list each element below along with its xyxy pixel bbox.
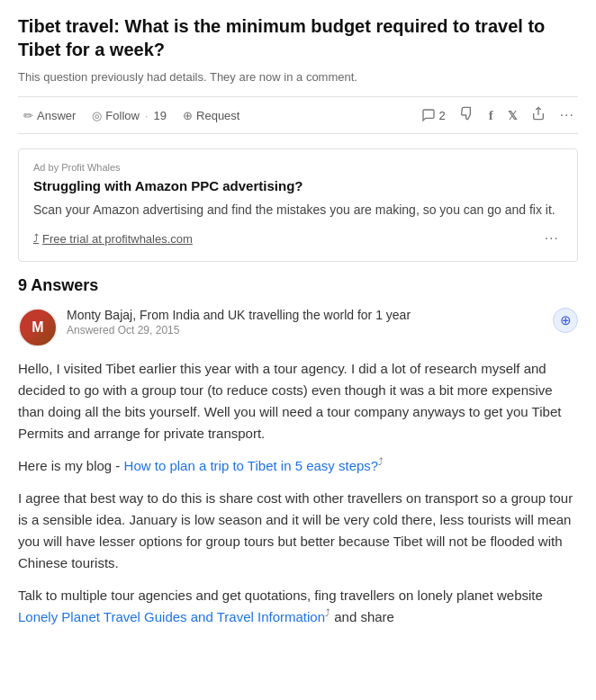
answerer-name[interactable]: Monty Bajaj, From India and UK travellin…	[67, 308, 544, 322]
request-icon: ⊕	[183, 109, 193, 122]
answers-heading: 9 Answers	[18, 276, 578, 295]
question-title: Tibet travel: What is the minimum budget…	[18, 14, 578, 61]
ad-section: Ad by Profit Whales Struggling with Amaz…	[18, 148, 578, 262]
ad-label: Ad by Profit Whales	[33, 162, 563, 173]
blog-link-external-icon: ⤴	[378, 457, 384, 467]
ad-more-options-icon[interactable]: ···	[541, 229, 563, 248]
ad-title: Struggling with Amazon PPC advertising?	[33, 178, 563, 193]
request-label: Request	[196, 109, 239, 122]
ad-link-text: Free trial at profitwhales.com	[42, 232, 193, 246]
avatar: M	[18, 308, 58, 347]
lonely-planet-external-icon: ⤴	[325, 608, 330, 618]
ad-link-row: ⤴ Free trial at profitwhales.com ···	[33, 229, 563, 248]
follow-count: 19	[154, 109, 167, 122]
follow-button[interactable]: ◎ Follow · 19	[86, 107, 172, 124]
answer-paragraph-3-suffix: and share	[334, 609, 394, 624]
external-link-icon: ⤴	[33, 232, 39, 245]
twitter-icon[interactable]: 𝕏	[504, 107, 520, 124]
right-actions: 2 f 𝕏 ···	[418, 104, 578, 126]
answer-button[interactable]: ✏ Answer	[18, 107, 81, 124]
answer-paragraph-2: I agree that best way to do this is shar…	[18, 488, 578, 574]
answer-label: Answer	[37, 109, 76, 122]
answerer-date: Answered Oct 29, 2015	[67, 324, 544, 337]
question-subtitle: This question previously had details. Th…	[18, 70, 578, 84]
answer-header: M Monty Bajaj, From India and UK travell…	[18, 308, 578, 347]
answer-content: Hello, I visited Tibet earlier this year…	[18, 358, 578, 628]
facebook-icon[interactable]: f	[485, 106, 497, 125]
more-options-icon[interactable]: ···	[556, 105, 578, 125]
answer-icon: ✏	[23, 109, 33, 122]
follow-separator: ·	[145, 109, 149, 122]
follow-label: Follow	[105, 109, 140, 122]
follow-icon: ◎	[92, 109, 102, 122]
answer-paragraph-3: Talk to multiple tour agencies and get q…	[18, 585, 578, 628]
request-button[interactable]: ⊕ Request	[177, 107, 245, 124]
comment-count: 2	[438, 109, 445, 122]
downvote-icon[interactable]	[456, 104, 478, 126]
blog-link[interactable]: How to plan a trip to Tibet in 5 easy st…	[124, 458, 384, 473]
answerer-info: Monty Bajaj, From India and UK travellin…	[67, 308, 544, 337]
ad-link[interactable]: ⤴ Free trial at profitwhales.com	[33, 232, 193, 246]
answer-block: M Monty Bajaj, From India and UK travell…	[18, 308, 578, 628]
answer-paragraph-blog: Here is my blog - How to plan a trip to …	[18, 455, 578, 477]
action-bar: ✏ Answer ◎ Follow · 19 ⊕ Request 2 f 𝕏	[18, 96, 578, 134]
comment-icon[interactable]: 2	[418, 106, 448, 124]
answer-paragraph-1: Hello, I visited Tibet earlier this year…	[18, 358, 578, 444]
blog-link-text: How to plan a trip to Tibet in 5 easy st…	[124, 458, 379, 473]
credential-icon[interactable]: ⊕	[553, 308, 578, 333]
lonely-planet-link-text: Lonely Planet Travel Guides and Travel I…	[18, 609, 325, 624]
ad-body: Scan your Amazon advertising and find th…	[33, 201, 563, 220]
lonely-planet-link[interactable]: Lonely Planet Travel Guides and Travel I…	[18, 609, 334, 624]
share-icon[interactable]	[528, 104, 549, 126]
